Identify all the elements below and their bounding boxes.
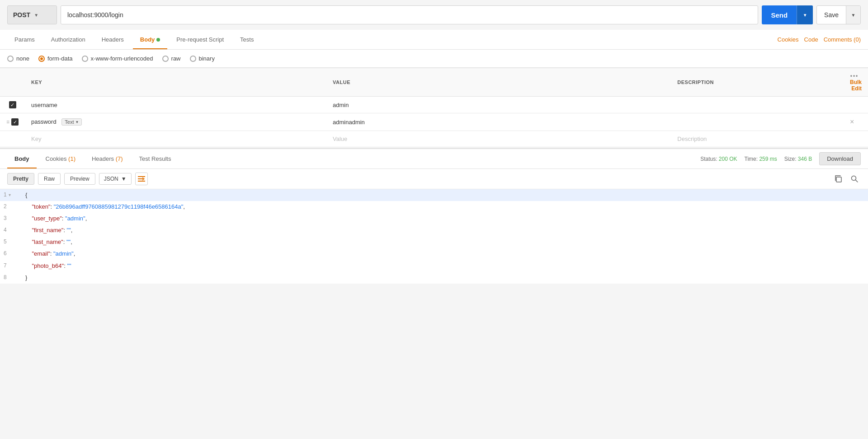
resp-tab-body[interactable]: Body — [7, 149, 37, 168]
table-row: ✓ username admin — [0, 97, 868, 113]
body-active-dot — [156, 38, 160, 42]
col-header-description: DESCRIPTION — [671, 68, 844, 97]
time-value: 259 ms — [759, 156, 777, 162]
svg-line-5 — [856, 180, 858, 182]
text-type-label: Text — [65, 119, 74, 125]
col-header-actions: ••• Bulk Edit — [844, 68, 868, 97]
bulk-edit-button[interactable]: Bulk Edit — [850, 79, 862, 92]
radio-none[interactable]: none — [7, 55, 29, 62]
row2-checkbox[interactable]: ✓ — [11, 118, 19, 126]
save-button[interactable]: Save ▼ — [816, 5, 861, 24]
save-dropdown-arrow-icon[interactable]: ▼ — [846, 6, 860, 24]
row2-value-cell[interactable]: adminadmin — [326, 113, 671, 131]
tab-tests[interactable]: Tests — [233, 30, 261, 49]
send-dropdown-arrow-icon[interactable]: ▼ — [797, 5, 813, 24]
radio-none-circle — [7, 56, 14, 62]
row2-value-value: adminadmin — [333, 119, 365, 126]
text-type-arrow-icon: ▼ — [75, 120, 79, 124]
resp-tab-cookies[interactable]: Cookies (1) — [38, 149, 83, 168]
send-button[interactable]: Send ▼ — [762, 5, 813, 24]
search-button[interactable] — [848, 173, 861, 185]
row3-check-cell — [0, 131, 25, 147]
request-tabs-left: Params Authorization Headers Body Pre-re… — [7, 30, 261, 49]
resp-tab-cookies-label: Cookies — [46, 155, 69, 162]
row1-desc-cell[interactable] — [671, 97, 844, 113]
row3-value-cell[interactable]: Value — [326, 131, 671, 147]
json-content: 1▾ { 2 "token": "26b896adff97608859812​7… — [0, 189, 868, 284]
url-input[interactable] — [61, 5, 758, 24]
text-type-tag[interactable]: Text ▼ — [61, 118, 82, 126]
format-label: JSON — [104, 176, 118, 182]
radio-urlencoded-circle — [82, 56, 88, 62]
send-button-label: Send — [762, 5, 797, 24]
preview-button[interactable]: Preview — [64, 173, 95, 185]
row2-delete-button[interactable]: × — [850, 118, 854, 126]
more-options-icon[interactable]: ••• — [850, 73, 859, 79]
tab-authorization[interactable]: Authorization — [44, 30, 93, 49]
row1-checkbox[interactable]: ✓ — [9, 101, 16, 108]
form-data-table: KEY VALUE DESCRIPTION ••• Bulk Edit ✓ us… — [0, 68, 868, 147]
response-tabs-left: Body Cookies (1) Headers (7) Test Result… — [7, 149, 178, 168]
raw-button[interactable]: Raw — [38, 173, 61, 185]
radio-binary-label: binary — [199, 55, 215, 62]
body-options-row: none form-data x-www-form-urlencoded raw… — [0, 50, 868, 68]
resp-tab-body-label: Body — [14, 155, 29, 162]
tab-headers[interactable]: Headers — [94, 30, 131, 49]
drag-handle-icon[interactable]: ≡ — [6, 119, 9, 125]
copy-button[interactable] — [832, 173, 844, 185]
row2-actions-cell: × — [844, 113, 868, 131]
radio-form-data[interactable]: form-data — [38, 55, 73, 62]
search-icon-svg — [850, 175, 859, 183]
fold-icon[interactable]: ▾ — [9, 191, 11, 199]
comments-link[interactable]: Comments (0) — [824, 36, 861, 43]
radio-raw-circle — [162, 56, 169, 62]
row1-check-cell: ✓ — [0, 97, 25, 113]
radio-form-data-circle — [38, 56, 45, 62]
tab-pre-request-script[interactable]: Pre-request Script — [169, 30, 231, 49]
pretty-button[interactable]: Pretty — [7, 173, 34, 185]
radio-urlencoded-label: x-www-form-urlencoded — [91, 55, 153, 62]
tab-params[interactable]: Params — [7, 30, 42, 49]
status-value: 200 OK — [719, 156, 737, 162]
method-label: POST — [13, 11, 30, 19]
save-button-label: Save — [817, 6, 846, 24]
size-value: 346 B — [798, 156, 812, 162]
table-row: ≡ ✓ password Text ▼ adminadmin × — [0, 113, 868, 131]
row3-desc-placeholder: Description — [677, 135, 707, 142]
row1-key-value: username — [31, 102, 57, 108]
download-button[interactable]: Download — [819, 152, 861, 165]
row3-actions-cell — [844, 131, 868, 147]
json-line-2: 2 "token": "26b896adff97608859812​79c119… — [0, 201, 868, 213]
json-line-1: 1▾ { — [0, 189, 868, 201]
wrap-icon-svg — [138, 176, 145, 182]
row1-key-cell[interactable]: username — [25, 97, 326, 113]
cookies-badge: (1) — [68, 155, 75, 162]
json-line-3: 3 "user_type": "admin", — [0, 213, 868, 224]
json-line-4: 4 "first_name": "", — [0, 224, 868, 236]
col-header-value: VALUE — [326, 68, 671, 97]
row3-desc-cell[interactable]: Description — [671, 131, 844, 147]
row2-key-value: password — [31, 118, 57, 125]
resp-tab-headers[interactable]: Headers (7) — [85, 149, 130, 168]
top-bar: POST ▼ Send ▼ Save ▼ — [0, 0, 868, 30]
radio-raw-label: raw — [171, 55, 181, 62]
svg-rect-3 — [836, 177, 841, 182]
code-link[interactable]: Code — [804, 36, 818, 43]
format-select[interactable]: JSON ▼ — [99, 173, 132, 185]
resp-tab-test-results[interactable]: Test Results — [132, 149, 179, 168]
cookies-link[interactable]: Cookies — [778, 36, 799, 43]
method-select[interactable]: POST ▼ — [7, 5, 57, 24]
request-tabs-row: Params Authorization Headers Body Pre-re… — [0, 30, 868, 50]
resp-tab-headers-label: Headers — [92, 155, 116, 162]
wrap-button[interactable] — [135, 173, 148, 185]
row2-key-cell[interactable]: password Text ▼ — [25, 113, 326, 131]
tab-body[interactable]: Body — [133, 30, 168, 49]
row2-desc-cell[interactable] — [671, 113, 844, 131]
radio-binary[interactable]: binary — [190, 55, 215, 62]
json-line-5: 5 "last_name": "", — [0, 236, 868, 248]
radio-urlencoded[interactable]: x-www-form-urlencoded — [82, 55, 153, 62]
json-line-8: 8 } — [0, 272, 868, 284]
row1-value-cell[interactable]: admin — [326, 97, 671, 113]
row3-key-cell[interactable]: Key — [25, 131, 326, 147]
radio-raw[interactable]: raw — [162, 55, 181, 62]
